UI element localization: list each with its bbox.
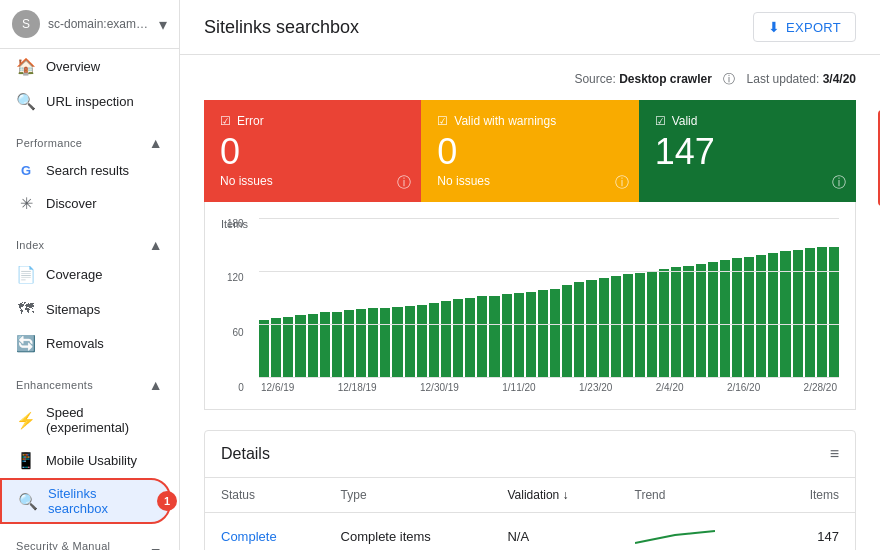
collapse-icon[interactable]: ▼	[149, 544, 163, 550]
sitemaps-icon: 🗺	[16, 300, 36, 318]
row-type: Complete items	[325, 512, 492, 550]
source-line: Source: Desktop crawler ⓘ Last updated: …	[204, 71, 856, 88]
account-label: sc-domain:example.com	[48, 17, 151, 31]
sidebar-item-coverage[interactable]: 📄 Coverage	[0, 257, 171, 292]
valid-info-icon: ⓘ	[832, 174, 846, 192]
performance-label: Performance	[16, 137, 82, 149]
chart-bar	[550, 289, 560, 378]
valid-card-header: ☑ Valid	[655, 114, 840, 128]
index-label: Index	[16, 239, 44, 251]
x-label: 12/18/19	[338, 382, 377, 393]
chart-x-labels: 12/6/19 12/18/19 12/30/19 1/11/20 1/23/2…	[259, 382, 839, 393]
sidebar-header[interactable]: S sc-domain:example.com ▾	[0, 0, 179, 49]
valid-label: Valid	[672, 114, 698, 128]
chart-bar	[344, 310, 354, 378]
chart-bar	[659, 269, 669, 377]
check-icon: ☑	[220, 114, 231, 128]
warning-card[interactable]: ☑ Valid with warnings 0 No issues ⓘ	[421, 100, 638, 202]
valid-card[interactable]: ☑ Valid 147 ⓘ These rich results have no…	[639, 100, 856, 202]
check-icon: ☑	[655, 114, 666, 128]
sidebar-item-url-inspection[interactable]: 🔍 URL inspection	[0, 84, 171, 119]
table-row[interactable]: Complete Complete items N/A 147	[205, 512, 855, 550]
error-value: 0	[220, 132, 405, 172]
removals-icon: 🔄	[16, 334, 36, 353]
chart-bar	[477, 296, 487, 378]
sidebar-item-overview[interactable]: 🏠 Overview	[0, 49, 171, 84]
chart-bar	[756, 255, 766, 378]
y-tick-120: 120	[227, 272, 244, 283]
home-icon: 🏠	[16, 57, 36, 76]
chart-bar	[586, 280, 596, 378]
chart-bar	[829, 247, 839, 378]
chart-bar	[805, 248, 815, 378]
check-icon: ☑	[437, 114, 448, 128]
error-card[interactable]: ☑ Error 0 No issues ⓘ	[204, 100, 421, 202]
x-label: 12/6/19	[261, 382, 294, 393]
source-label: Source:	[574, 72, 615, 86]
x-label: 1/23/20	[579, 382, 612, 393]
sidebar-item-speed[interactable]: ⚡ Speed (experimental)	[0, 397, 171, 443]
chart-bar	[283, 317, 293, 377]
security-label: Security & Manual Actions	[16, 540, 149, 550]
security-section: Security & Manual Actions ▼	[0, 532, 179, 550]
chart-bar	[380, 308, 390, 377]
chart-bar	[647, 271, 657, 378]
chart-bar	[465, 298, 475, 378]
mobile-icon: 📱	[16, 451, 36, 470]
sidebar-item-label: URL inspection	[46, 94, 134, 109]
chevron-down-icon[interactable]: ▾	[159, 15, 167, 34]
badge: 1	[157, 491, 177, 511]
chart-bar	[720, 260, 730, 377]
x-label: 2/16/20	[727, 382, 760, 393]
chart-container: Items 180 120 60 0	[204, 202, 856, 410]
col-validation[interactable]: Validation ↓	[491, 478, 618, 513]
chart-bar	[392, 307, 402, 377]
chart-bar	[271, 318, 281, 378]
sidebar-item-label: Search results	[46, 163, 129, 178]
sidebar-item-label: Sitelinks searchbox	[48, 486, 153, 516]
chart-bar	[708, 262, 718, 378]
coverage-icon: 📄	[16, 265, 36, 284]
collapse-icon[interactable]: ▲	[149, 377, 163, 393]
sidebar-item-discover[interactable]: ✳ Discover	[0, 186, 171, 221]
chart-bar	[295, 315, 305, 377]
page-title: Sitelinks searchbox	[204, 17, 359, 38]
sidebar-item-label: Overview	[46, 59, 100, 74]
row-trend	[619, 512, 772, 550]
sidebar-item-sitelinks-searchbox[interactable]: 🔍 Sitelinks searchbox 1	[0, 478, 171, 524]
sidebar: S sc-domain:example.com ▾ 🏠 Overview 🔍 U…	[0, 0, 180, 550]
col-type: Type	[325, 478, 492, 513]
chart-bar	[623, 274, 633, 377]
sitelinks-icon: 🔍	[18, 492, 38, 511]
x-label: 12/30/19	[420, 382, 459, 393]
sidebar-item-label: Mobile Usability	[46, 453, 137, 468]
filter-icon[interactable]: ≡	[830, 445, 839, 463]
sidebar-item-removals[interactable]: 🔄 Removals	[0, 326, 171, 361]
sidebar-item-label: Removals	[46, 336, 104, 351]
avatar: S	[12, 10, 40, 38]
enhancements-section: Enhancements ▲	[0, 369, 179, 397]
details-table: Status Type Validation ↓ Trend Items Com…	[205, 478, 855, 550]
enhancements-label: Enhancements	[16, 379, 93, 391]
sidebar-item-mobile-usability[interactable]: 📱 Mobile Usability	[0, 443, 171, 478]
warning-label: Valid with warnings	[454, 114, 556, 128]
export-button[interactable]: ⬇ EXPORT	[753, 12, 856, 42]
collapse-icon[interactable]: ▲	[149, 135, 163, 151]
chart-bar	[453, 299, 463, 377]
chart-bar	[514, 293, 524, 377]
chart-bar	[320, 312, 330, 378]
export-icon: ⬇	[768, 19, 780, 35]
y-tick-60: 60	[227, 327, 244, 338]
y-tick-0: 0	[227, 382, 244, 393]
help-icon[interactable]: ⓘ	[723, 72, 735, 86]
row-validation: N/A	[491, 512, 618, 550]
sidebar-item-sitemaps[interactable]: 🗺 Sitemaps	[0, 292, 171, 326]
chart-bar	[793, 250, 803, 378]
chart-bar	[599, 278, 609, 378]
col-trend: Trend	[619, 478, 772, 513]
collapse-icon[interactable]: ▲	[149, 237, 163, 253]
chart-bar	[417, 305, 427, 378]
sidebar-item-search-results[interactable]: G Search results	[0, 155, 171, 186]
row-status: Complete	[205, 512, 325, 550]
chart-bar	[574, 282, 584, 378]
